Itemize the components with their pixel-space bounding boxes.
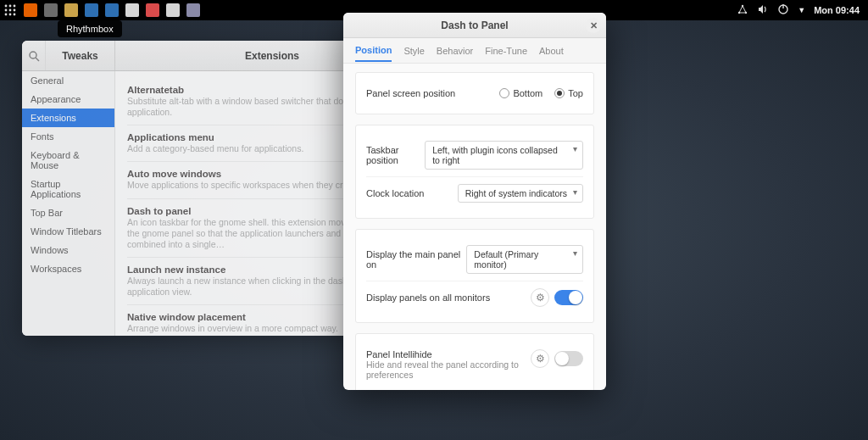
sidebar-item-fonts[interactable]: Fonts [22,127,114,146]
taskbar-app-tweaks[interactable] [163,0,183,20]
panel-position-label: Panel screen position [366,88,455,98]
tweaks-title: Tweaks [46,50,114,62]
sidebar-item-window-titlebars[interactable]: Window Titlebars [22,222,114,241]
radio-label: Bottom [513,88,542,98]
svg-line-15 [36,58,39,61]
dtp-headerbar: Dash to Panel ✕ [343,13,606,38]
panel-status-area[interactable]: ▼ Mon 09:44 [737,3,868,17]
clock-location-label: Clock location [366,188,424,198]
clock-location-value: Right of system indicators [465,188,567,198]
sidebar-item-top-bar[interactable]: Top Bar [22,203,114,222]
taskbar-tooltip: Rhythmbox [58,20,122,37]
gear-icon: ⚙ [536,353,545,365]
taskbar-position-combo[interactable]: Left, with plugin icons collapsed to rig… [425,141,583,170]
svg-point-1 [9,5,12,8]
display-all-settings-button[interactable]: ⚙ [531,288,549,307]
intellihide-card: Panel Intellihide Hide and reveal the pa… [355,333,594,390]
svg-point-4 [9,9,12,12]
tweaks-sidebar: GeneralAppearanceExtensionsFontsKeyboard… [22,71,115,336]
taskbar-position-value: Left, with plugin icons collapsed to rig… [432,145,558,165]
display-main-label: Display the main panel on [366,249,466,270]
taskbar-app-writer[interactable] [81,0,102,20]
radio-dot-icon [499,88,509,98]
tab-about[interactable]: About [539,41,564,61]
tab-style[interactable]: Style [403,41,424,61]
taskbar-app-software[interactable] [122,0,142,20]
dtp-title: Dash to Panel [441,19,508,31]
display-main-value: Default (Primary monitor) [474,249,538,270]
panel-position-radios: BottomTop [499,88,583,98]
intellihide-settings-button[interactable]: ⚙ [531,349,549,368]
taskbar-clock-card: Taskbar position Left, with plugin icons… [355,125,594,219]
tab-fine-tune[interactable]: Fine-Tune [485,41,527,61]
svg-point-5 [14,9,16,12]
chevron-down-icon: ▼ [798,6,805,14]
taskbar-app-help[interactable] [142,0,163,20]
svg-point-3 [5,9,8,12]
taskbar-app-firefox[interactable] [20,0,41,20]
sidebar-item-workspaces[interactable]: Workspaces [22,259,114,278]
network-icon [737,3,748,17]
sidebar-item-startup-applications[interactable]: Startup Applications [22,175,114,203]
intellihide-desc: Hide and reveal the panel according to p… [366,359,531,380]
display-main-combo[interactable]: Default (Primary monitor) [466,245,583,274]
panel-position-card: Panel screen position BottomTop [355,72,594,114]
panel-app-tray [0,0,203,20]
svg-point-8 [14,14,16,16]
svg-point-0 [5,5,8,8]
taskbar-app-extension[interactable] [183,0,203,20]
taskbar-app-rhythmbox[interactable] [61,0,81,20]
taskbar-app-files[interactable] [41,0,61,20]
panel-clock: Mon 09:44 [814,5,860,15]
dtp-body: Panel screen position BottomTop Taskbar … [343,64,606,390]
display-all-switch[interactable] [554,290,583,305]
tab-position[interactable]: Position [355,40,392,62]
radio-top[interactable]: Top [554,88,583,98]
sidebar-item-extensions[interactable]: Extensions [22,109,114,127]
svg-rect-13 [783,4,784,8]
dtp-tabbar: PositionStyleBehaviorFine-TuneAbout [343,38,606,64]
radio-bottom[interactable]: Bottom [499,88,542,98]
power-icon [777,3,789,17]
svg-point-14 [30,52,36,58]
svg-point-2 [14,5,16,8]
taskbar-position-label: Taskbar position [366,145,425,165]
intellihide-switch[interactable] [554,351,583,366]
dash-to-panel-dialog: Dash to Panel ✕ PositionStyleBehaviorFin… [343,13,606,390]
svg-point-6 [5,14,8,16]
tab-behavior[interactable]: Behavior [437,41,473,61]
radio-label: Top [568,88,583,98]
applications-icon[interactable] [0,0,20,20]
display-all-label: Display panels on all monitors [366,292,490,303]
clock-location-combo[interactable]: Right of system indicators [458,184,583,203]
svg-point-7 [9,14,12,16]
intellihide-title: Panel Intellihide [366,349,531,359]
sidebar-item-windows[interactable]: Windows [22,241,114,259]
close-button[interactable]: ✕ [586,18,601,33]
search-button[interactable] [22,41,46,70]
sidebar-item-appearance[interactable]: Appearance [22,90,114,109]
radio-dot-icon [554,88,565,98]
gear-icon: ⚙ [536,292,545,304]
display-card: Display the main panel on Default (Prima… [355,229,594,323]
sidebar-item-general[interactable]: General [22,71,114,90]
volume-icon [757,3,769,17]
sidebar-item-keyboard-mouse[interactable]: Keyboard & Mouse [22,146,114,175]
taskbar-app-calc[interactable] [102,0,122,20]
